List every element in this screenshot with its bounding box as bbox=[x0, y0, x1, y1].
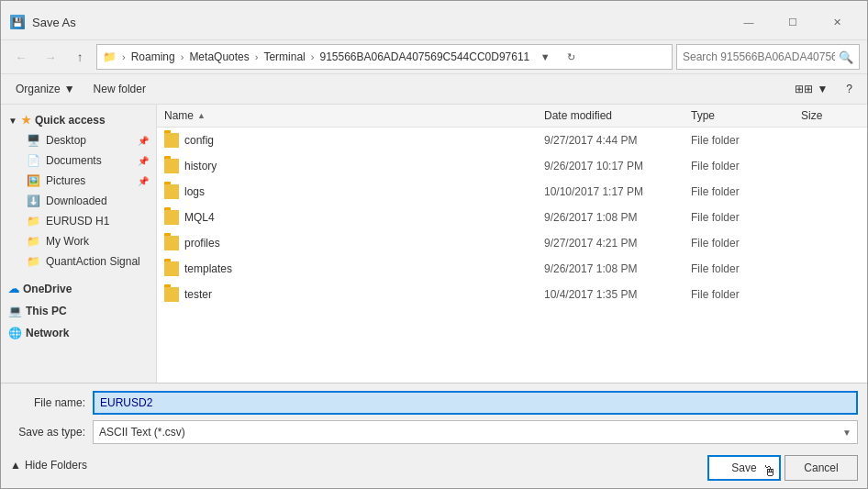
file-name: config bbox=[184, 134, 214, 147]
hide-folders-button[interactable]: ▲ Hide Folders bbox=[10, 455, 87, 475]
col-type-label: Type bbox=[691, 109, 715, 122]
back-button[interactable]: ← bbox=[8, 44, 34, 70]
folder-icon bbox=[164, 184, 179, 199]
col-header-size[interactable]: Size bbox=[794, 105, 867, 127]
address-dropdown-button[interactable]: ▼ bbox=[533, 45, 557, 69]
sidebar-item-mywork[interactable]: 📁 My Work bbox=[1, 231, 156, 251]
search-box[interactable]: 🔍 bbox=[676, 44, 860, 70]
breadcrumb-folder-icon: 📁 bbox=[103, 50, 117, 63]
pictures-icon: 🖼️ bbox=[27, 174, 40, 187]
help-button[interactable]: ? bbox=[839, 77, 860, 101]
close-button[interactable]: ✕ bbox=[816, 8, 858, 36]
file-size bbox=[794, 265, 867, 272]
file-date: 9/26/2017 1:08 PM bbox=[537, 207, 684, 228]
file-date: 9/26/2017 1:08 PM bbox=[537, 259, 684, 279]
sidebar-item-desktop[interactable]: 🖥️ Desktop 📌 bbox=[1, 130, 156, 150]
sidebar-onedrive-header[interactable]: ☁ OneDrive bbox=[1, 277, 156, 299]
col-header-type[interactable]: Type bbox=[684, 105, 794, 127]
file-list-container: Name ▲ Date modified Type Size config 9/… bbox=[157, 105, 867, 383]
search-input[interactable] bbox=[683, 50, 835, 63]
window-controls: — ☐ ✕ bbox=[728, 8, 858, 36]
navigation-bar: ← → ↑ 📁 › Roaming › MetaQuotes › Termina… bbox=[1, 40, 867, 74]
table-row[interactable]: profiles 9/27/2017 4:21 PM File folder bbox=[157, 230, 867, 256]
bottom-bar: File name: Save as type: ASCII Text (*.c… bbox=[1, 383, 867, 488]
file-name: profiles bbox=[184, 237, 220, 250]
col-header-name[interactable]: Name ▲ bbox=[157, 105, 537, 127]
sidebar: ▼ ★ Quick access 🖥️ Desktop 📌 📄 Document… bbox=[1, 105, 157, 383]
view-icon: ⊞⊞ bbox=[795, 83, 813, 95]
maximize-button[interactable]: ☐ bbox=[772, 8, 814, 36]
file-list-header: Name ▲ Date modified Type Size bbox=[157, 105, 867, 128]
documents-icon: 📄 bbox=[27, 154, 40, 167]
pin-icon-docs: 📌 bbox=[138, 156, 149, 166]
breadcrumb-terminal[interactable]: Terminal bbox=[263, 50, 305, 63]
thispc-icon: 💻 bbox=[8, 305, 22, 317]
mywork-folder-icon: 📁 bbox=[27, 235, 40, 248]
forward-button[interactable]: → bbox=[38, 44, 63, 70]
save-button[interactable]: Save 🖱 bbox=[707, 455, 781, 481]
hide-folders-chevron-icon: ▲ bbox=[10, 459, 21, 472]
new-folder-button[interactable]: New folder bbox=[86, 77, 153, 101]
file-type: File folder bbox=[684, 182, 794, 202]
sidebar-item-downloaded[interactable]: ⬇️ Downloaded bbox=[1, 191, 156, 211]
breadcrumb-roaming[interactable]: Roaming bbox=[131, 50, 175, 63]
col-header-date[interactable]: Date modified bbox=[537, 105, 684, 127]
table-row[interactable]: config 9/27/2017 4:44 PM File folder bbox=[157, 128, 867, 153]
sidebar-quick-access-label: Quick access bbox=[35, 114, 106, 127]
help-icon: ? bbox=[846, 83, 852, 95]
address-bar[interactable]: 📁 › Roaming › MetaQuotes › Terminal › 91… bbox=[96, 44, 673, 70]
window-title: Save As bbox=[32, 16, 76, 29]
sidebar-item-eurusd-label: EURUSD H1 bbox=[46, 215, 109, 228]
sidebar-quick-access-header[interactable]: ▼ ★ Quick access bbox=[1, 108, 156, 130]
sidebar-item-quantaction[interactable]: 📁 QuantAction Signal bbox=[1, 251, 156, 272]
col-size-label: Size bbox=[801, 109, 822, 122]
refresh-button[interactable]: ↻ bbox=[559, 45, 583, 69]
chevron-right-icon: ▼ bbox=[8, 116, 17, 126]
organize-button[interactable]: Organize ▼ bbox=[8, 77, 83, 101]
breadcrumb-guid[interactable]: 915566BA06ADA407569C544CC0D97611 bbox=[319, 50, 529, 63]
table-row[interactable]: history 9/26/2017 10:17 PM File folder bbox=[157, 153, 867, 179]
view-button[interactable]: ⊞⊞ ▼ bbox=[787, 77, 835, 101]
pin-icon: 📌 bbox=[138, 136, 149, 146]
file-name: history bbox=[184, 160, 217, 172]
file-size bbox=[794, 188, 867, 195]
hide-folders-label: Hide Folders bbox=[25, 459, 87, 472]
filename-input[interactable] bbox=[93, 391, 858, 415]
breadcrumb-metaquotes[interactable]: MetaQuotes bbox=[189, 50, 249, 63]
quick-access-star-icon: ★ bbox=[21, 114, 31, 127]
onedrive-icon: ☁ bbox=[8, 283, 19, 295]
saveastype-select[interactable]: ASCII Text (*.csv) ▼ bbox=[93, 420, 858, 444]
file-rows-container: config 9/27/2017 4:44 PM File folder his… bbox=[157, 128, 867, 307]
sidebar-item-mywork-label: My Work bbox=[46, 235, 89, 248]
col-date-label: Date modified bbox=[544, 109, 612, 122]
file-size bbox=[794, 162, 867, 170]
sidebar-thispc-header[interactable]: 💻 This PC bbox=[1, 299, 156, 321]
sidebar-network-header[interactable]: 🌐 Network bbox=[1, 321, 156, 343]
sidebar-item-downloaded-label: Downloaded bbox=[46, 194, 107, 207]
folder-icon bbox=[164, 236, 179, 250]
table-row[interactable]: MQL4 9/26/2017 1:08 PM File folder bbox=[157, 205, 867, 230]
saveastype-value: ASCII Text (*.csv) bbox=[99, 426, 185, 439]
minimize-button[interactable]: — bbox=[728, 8, 770, 36]
folder-icon bbox=[164, 287, 179, 302]
table-row[interactable]: tester 10/4/2017 1:35 PM File folder bbox=[157, 282, 867, 307]
file-name: templates bbox=[184, 262, 232, 275]
cancel-button[interactable]: Cancel bbox=[785, 455, 858, 481]
search-icon: 🔍 bbox=[839, 50, 853, 64]
folder-icon bbox=[164, 261, 179, 276]
action-buttons: Save 🖱 Cancel bbox=[707, 455, 858, 481]
sidebar-item-pictures[interactable]: 🖼️ Pictures 📌 bbox=[1, 171, 156, 191]
file-type: File folder bbox=[684, 284, 794, 305]
up-button[interactable]: ↑ bbox=[67, 44, 93, 70]
sidebar-item-eurusd[interactable]: 📁 EURUSD H1 bbox=[1, 211, 156, 231]
file-name: logs bbox=[184, 185, 205, 198]
save-label: Save bbox=[731, 461, 756, 474]
file-size bbox=[794, 291, 867, 298]
sidebar-item-documents-label: Documents bbox=[46, 154, 102, 167]
cancel-label: Cancel bbox=[804, 461, 838, 474]
table-row[interactable]: logs 10/10/2017 1:17 PM File folder bbox=[157, 179, 867, 205]
table-row[interactable]: templates 9/26/2017 1:08 PM File folder bbox=[157, 256, 867, 282]
file-type: File folder bbox=[684, 207, 794, 228]
sidebar-item-documents[interactable]: 📄 Documents 📌 bbox=[1, 150, 156, 171]
saveastype-dropdown-icon: ▼ bbox=[842, 428, 851, 438]
